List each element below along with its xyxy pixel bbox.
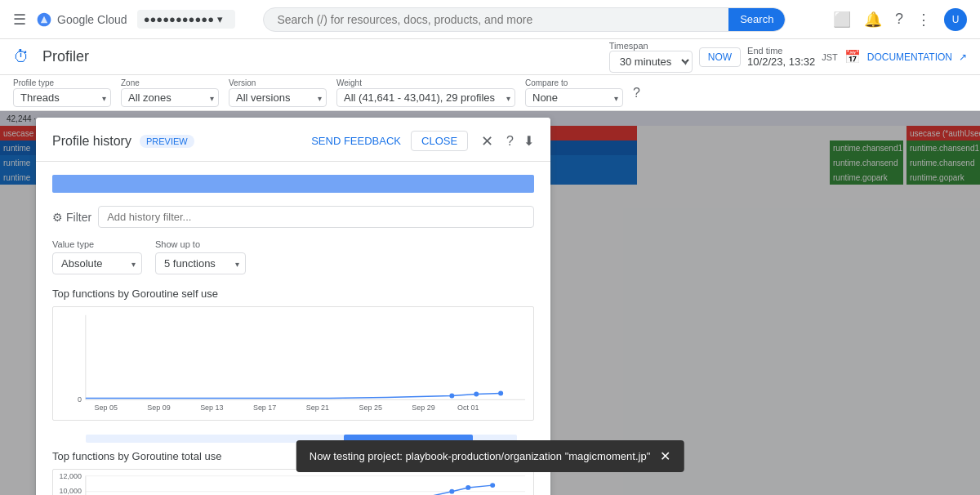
chart1-title: Top functions by Goroutine self use xyxy=(52,288,534,300)
svg-point-5 xyxy=(498,391,503,396)
filter-icon: ⚙ xyxy=(52,211,63,224)
chart2-container: 0 2,000 4,000 6,000 8,000 10,000 12,000 xyxy=(52,469,534,495)
weight-label: Weight xyxy=(336,78,515,87)
value-type-label: Value type xyxy=(52,239,142,249)
send-feedback-button[interactable]: SEND FEEDBACK xyxy=(311,135,401,147)
filter-zone: Zone All zones xyxy=(121,78,219,107)
snackbar-close-button[interactable]: ✕ xyxy=(660,448,670,464)
chart2-svg: 0 2,000 4,000 6,000 8,000 10,000 12,000 xyxy=(53,470,533,495)
snackbar-text: Now testing project: playbook-production… xyxy=(310,450,651,462)
filter-version: Version All versions xyxy=(229,78,327,107)
svg-text:Sep 13: Sep 13 xyxy=(200,404,223,412)
profile-type-select[interactable]: Threads xyxy=(13,88,111,107)
bell-icon[interactable]: 🔔 xyxy=(864,11,882,29)
help-icon[interactable]: ? xyxy=(895,11,903,28)
svg-text:Oct 01: Oct 01 xyxy=(457,404,479,412)
value-type-wrapper: Absolute Relative xyxy=(52,252,142,274)
preview-badge: PREVIEW xyxy=(140,135,194,148)
timespan-group: Timespan 30 minutes NOW End time 10/2/23… xyxy=(609,41,967,73)
project-selector[interactable]: ●●●●●●●●●●● ▾ xyxy=(137,10,235,29)
top-navigation: ☰ Google Cloud ●●●●●●●●●●● ▾ Search ⬜ 🔔 … xyxy=(0,0,980,39)
version-select[interactable]: All versions xyxy=(229,88,327,107)
timespan-wrapper: 30 minutes xyxy=(609,51,693,73)
more-icon[interactable]: ⋮ xyxy=(916,11,931,29)
filter-weight: Weight All (41,641 - 43,041), 29 profile… xyxy=(336,78,515,107)
svg-text:Sep 05: Sep 05 xyxy=(95,404,118,412)
svg-text:Sep 29: Sep 29 xyxy=(412,404,434,412)
filter-label: Filter xyxy=(66,211,91,224)
svg-text:10,000: 10,000 xyxy=(60,487,82,495)
search-input[interactable] xyxy=(264,8,728,31)
svg-text:12,000: 12,000 xyxy=(60,473,82,481)
show-up-to-wrapper: 5 functions 10 functions 15 functions xyxy=(155,252,246,274)
app-name: Google Cloud xyxy=(57,13,127,26)
filter-profile-type: Profile type Threads xyxy=(13,78,111,107)
modal-overlay: Profile history PREVIEW SEND FEEDBACK CL… xyxy=(0,111,980,495)
profile-history-modal: Profile history PREVIEW SEND FEEDBACK CL… xyxy=(36,118,550,495)
profiler-bar: ⏱ Profiler Timespan 30 minutes NOW End t… xyxy=(0,39,980,75)
show-up-to-label: Show up to xyxy=(155,239,246,249)
google-cloud-icon xyxy=(36,11,52,28)
close-button[interactable]: CLOSE xyxy=(411,131,468,151)
svg-point-3 xyxy=(449,393,454,398)
modal-title: Profile history xyxy=(52,134,131,149)
svg-text:Sep 21: Sep 21 xyxy=(306,404,329,412)
show-up-to-group: Show up to 5 functions 10 functions 15 f… xyxy=(155,239,246,274)
history-filter-input[interactable] xyxy=(98,206,534,228)
now-button[interactable]: NOW xyxy=(699,47,741,67)
compare-select[interactable]: None xyxy=(525,88,623,107)
compare-label: Compare to xyxy=(525,78,623,87)
search-button[interactable]: Search xyxy=(728,8,785,31)
svg-text:0: 0 xyxy=(78,395,82,404)
svg-text:Sep 09: Sep 09 xyxy=(147,404,170,412)
value-type-select[interactable]: Absolute Relative xyxy=(52,252,142,274)
monitor-icon[interactable]: ⬜ xyxy=(833,11,851,29)
modal-actions: SEND FEEDBACK CLOSE ✕ ? ⬇ xyxy=(311,131,534,151)
svg-text:Sep 25: Sep 25 xyxy=(359,404,381,412)
svg-point-4 xyxy=(474,392,479,397)
filter-compare: Compare to None xyxy=(525,78,623,107)
project-name: ●●●●●●●●●●● xyxy=(144,13,214,25)
google-cloud-logo: Google Cloud xyxy=(36,11,127,28)
project-chevron: ▾ xyxy=(217,13,223,25)
show-up-to-select[interactable]: 5 functions 10 functions 15 functions xyxy=(155,252,246,274)
profile-data-area: 42,244 ··· usecase (*authUsecase) gethub… xyxy=(0,111,980,495)
modal-controls-row: Value type Absolute Relative Show up to xyxy=(52,239,534,274)
hamburger-menu[interactable]: ☰ xyxy=(13,11,26,29)
filters-row: Profile type Threads Zone All zones Vers… xyxy=(0,75,980,111)
profiler-icon: ⏱ xyxy=(13,47,29,66)
profile-type-label: Profile type xyxy=(13,78,111,87)
svg-text:Sep 17: Sep 17 xyxy=(253,404,276,412)
filter-button[interactable]: ⚙ Filter xyxy=(52,211,91,224)
chart1-section: Top functions by Goroutine self use 0 xyxy=(52,288,534,421)
end-time-value: 10/2/23, 13:32 xyxy=(747,56,815,68)
timezone-badge: JST xyxy=(822,52,838,62)
chart1-container: 0 Sep 05 Sep 09 Sep 13 Sep 17 xyxy=(52,306,534,421)
zone-select[interactable]: All zones xyxy=(121,88,219,107)
calendar-icon[interactable]: 📅 xyxy=(844,49,861,65)
profiler-title: Profiler xyxy=(42,48,89,65)
modal-header: Profile history PREVIEW SEND FEEDBACK CL… xyxy=(36,118,550,162)
external-link-icon: ↗ xyxy=(959,51,967,63)
timeline-fill xyxy=(52,175,534,193)
chart1-svg: 0 Sep 05 Sep 09 Sep 13 Sep 17 xyxy=(53,307,533,420)
filters-help-icon[interactable]: ? xyxy=(633,86,640,100)
modal-help-icon[interactable]: ? xyxy=(506,134,514,149)
documentation-link[interactable]: DOCUMENTATION xyxy=(867,51,952,63)
end-time-group: End time 10/2/23, 13:32 xyxy=(747,46,815,68)
svg-point-32 xyxy=(466,485,470,490)
modal-filter-bar: ⚙ Filter xyxy=(52,206,534,228)
svg-point-33 xyxy=(490,483,495,488)
timespan-select[interactable]: 30 minutes xyxy=(609,51,693,73)
timespan-label: Timespan xyxy=(609,41,693,51)
snackbar: Now testing project: playbook-production… xyxy=(296,440,684,472)
version-label: Version xyxy=(229,78,327,87)
avatar[interactable]: U xyxy=(944,8,967,31)
value-type-group: Value type Absolute Relative xyxy=(52,239,142,274)
modal-download-icon[interactable]: ⬇ xyxy=(523,133,534,149)
search-bar[interactable]: Search xyxy=(263,7,786,32)
timeline-slider[interactable] xyxy=(52,175,534,193)
modal-close-x-button[interactable]: ✕ xyxy=(478,132,497,150)
modal-title-group: Profile history PREVIEW xyxy=(52,134,194,149)
weight-select[interactable]: All (41,641 - 43,041), 29 profiles xyxy=(336,88,515,107)
